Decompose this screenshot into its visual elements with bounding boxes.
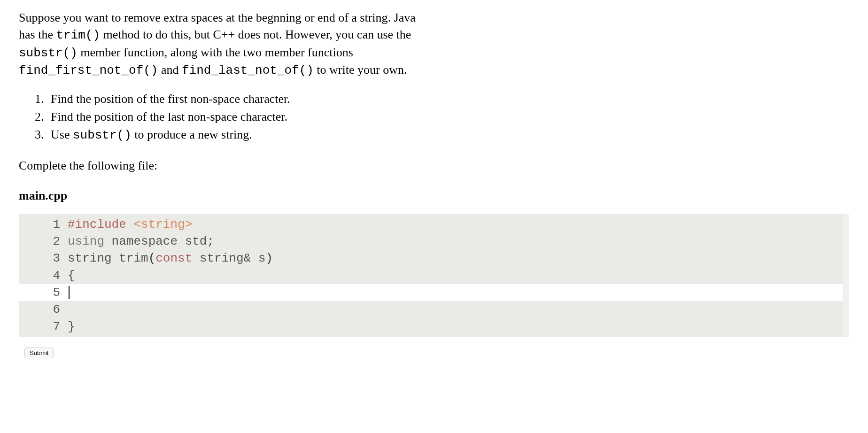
step-2-text: Find the position of the last non-space … xyxy=(51,110,287,124)
line-content-3: string trim(const string& s) xyxy=(68,250,849,267)
text-cursor xyxy=(69,286,70,299)
code-line-4: 4 { xyxy=(19,267,849,284)
intro-text-5: to write your own. xyxy=(314,63,407,77)
code-line-5[interactable]: 5 xyxy=(19,284,843,301)
code-line-1: 1 #include <string> xyxy=(19,216,849,233)
line-number-4: 4 xyxy=(19,267,68,284)
intro-code-trim: trim() xyxy=(56,28,100,42)
line-content-4: { xyxy=(68,267,849,284)
intro-text-2: method to do this, but C++ does not. How… xyxy=(100,28,411,41)
line-content-2: using namespace std; xyxy=(68,233,849,250)
line-content-7: } xyxy=(68,318,849,335)
step-1-text: Find the position of the first non-space… xyxy=(51,92,290,106)
step-3: Use substr() to produce a new string. xyxy=(47,126,849,144)
step-2: Find the position of the last non-space … xyxy=(47,108,849,125)
code-editor[interactable]: 1 #include <string> 2 using namespace st… xyxy=(19,214,849,338)
submit-button[interactable]: Submit xyxy=(24,348,54,358)
code-line-6: 6 xyxy=(19,301,849,318)
step-3-post: to produce a new string. xyxy=(132,128,252,141)
intro-code-find-first: find_first_not_of() xyxy=(19,63,158,77)
intro-code-substr: substr() xyxy=(19,46,78,60)
line-content-1: #include <string> xyxy=(68,216,849,233)
complete-prompt: Complete the following file: xyxy=(19,157,849,174)
intro-paragraph: Suppose you want to remove extra spaces … xyxy=(19,9,427,79)
preprocessor-include: #include xyxy=(68,217,126,232)
line-number-2: 2 xyxy=(19,233,68,250)
intro-text-3: member function, along with the two memb… xyxy=(78,46,353,59)
step-1: Find the position of the first non-space… xyxy=(47,91,849,108)
paren-open: ( xyxy=(148,251,156,265)
const-keyword: const xyxy=(155,251,192,265)
line-number-6: 6 xyxy=(19,301,68,318)
code-line-7: 7 } xyxy=(19,318,849,335)
intro-text-4: and xyxy=(158,63,182,77)
step-3-code: substr() xyxy=(73,128,132,142)
func-signature-2: string& s xyxy=(192,251,265,265)
line-number-7: 7 xyxy=(19,318,68,335)
header-string: <string> xyxy=(126,217,192,232)
code-line-2: 2 using namespace std; xyxy=(19,233,849,250)
line-number-5: 5 xyxy=(19,284,68,301)
code-line-3: 3 string trim(const string& s) xyxy=(19,250,849,267)
steps-list: Find the position of the first non-space… xyxy=(38,91,849,144)
scrollbar-track[interactable] xyxy=(843,214,849,338)
line-number-1: 1 xyxy=(19,216,68,233)
paren-close: ) xyxy=(265,251,273,265)
step-3-pre: Use xyxy=(51,128,73,141)
namespace-std: namespace std; xyxy=(104,234,214,248)
func-signature-1: string trim xyxy=(68,251,148,265)
filename-label: main.cpp xyxy=(19,187,849,204)
keyword-using: using xyxy=(68,234,104,248)
line-number-3: 3 xyxy=(19,250,68,267)
line-content-5[interactable] xyxy=(68,284,843,301)
intro-code-find-last: find_last_not_of() xyxy=(182,63,314,77)
